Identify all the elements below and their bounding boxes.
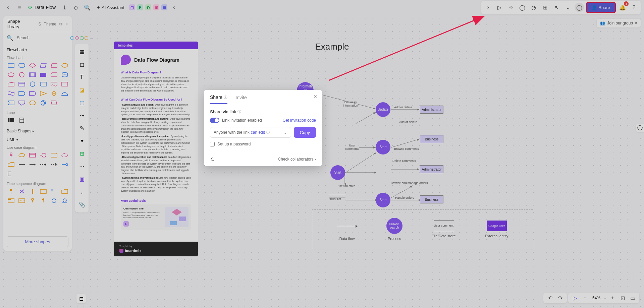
help-icon: ⓘ [224, 95, 227, 100]
info-icon: ⓘ [237, 109, 241, 114]
modal-overlay[interactable] [0, 0, 644, 308]
password-checkbox[interactable] [210, 142, 215, 146]
info-icon: ⓘ [266, 130, 270, 135]
toggle-label: Link invitation enabled [222, 118, 262, 123]
share-modal: Share ⓘ Invite ✕ Share via link ⓘ Link i… [204, 90, 322, 166]
share-via-link-title: Share via link ⓘ [210, 109, 316, 114]
copy-button[interactable]: Copy [294, 127, 316, 138]
check-collaborators-link[interactable]: Check collaborators › [278, 157, 316, 162]
link-toggle[interactable] [210, 118, 219, 123]
tab-share[interactable]: Share ⓘ [210, 95, 227, 104]
password-label: Set up a password [217, 142, 251, 146]
close-modal-icon[interactable]: ✕ [313, 94, 317, 99]
get-code-link[interactable]: Get invitation code [283, 118, 316, 123]
emoji-icon[interactable]: ☺ [210, 156, 215, 162]
link-permission-select[interactable]: Anyone with the link can edit ⓘ [210, 127, 291, 138]
tab-invite[interactable]: Invite [235, 95, 247, 104]
